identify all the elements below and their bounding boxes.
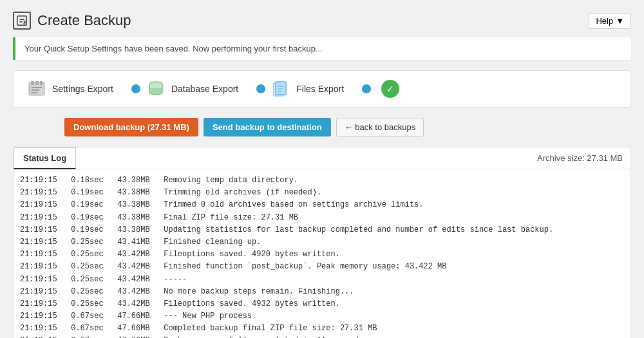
header: Create Backup Help ▼ (13, 6, 631, 37)
help-button[interactable]: Help ▼ (589, 13, 631, 29)
log-line: 21:19:15 0.19sec 43.38MB Final ZIP file … (20, 212, 624, 224)
send-backup-button[interactable]: Send backup to destination (204, 118, 331, 136)
step-complete-icon: ✓ (381, 80, 399, 98)
steps-bar: Settings Export Database Export (13, 70, 631, 108)
svg-rect-4 (31, 81, 34, 85)
status-log-tab[interactable]: Status Log (14, 147, 76, 169)
step-database: Database Export (146, 79, 251, 99)
log-line: 21:19:15 0.19sec 43.38MB Trimmed 0 old a… (20, 199, 624, 211)
step-settings: Settings Export (26, 79, 126, 99)
status-section: Status Log Archive size: 27.31 MB 21:19:… (13, 147, 631, 338)
actions-bar: Download backup (27.31 MB) Send backup t… (13, 118, 631, 136)
download-backup-button[interactable]: Download backup (27.31 MB) (64, 118, 198, 136)
step-dot-2 (256, 84, 265, 93)
step-files-label: Files Export (296, 84, 344, 94)
log-line: 21:19:15 0.25sec 43.42MB ----- (20, 274, 624, 286)
svg-rect-0 (17, 16, 26, 25)
database-export-icon (146, 79, 166, 99)
log-line: 21:19:15 0.25sec 43.42MB Fileoptions sav… (20, 249, 624, 261)
log-line: 21:19:15 0.25sec 43.42MB Finished functi… (20, 261, 624, 273)
log-line: 21:19:15 0.25sec 43.41MB Finished cleani… (20, 236, 624, 249)
back-to-backups-button[interactable]: ← back to backups (336, 118, 424, 136)
log-line: 21:19:15 0.67sec 47.66MB --- New PHP pro… (20, 310, 624, 323)
svg-rect-5 (35, 81, 39, 85)
log-line: 21:19:15 0.25sec 43.42MB Fileoptions sav… (20, 298, 624, 310)
archive-size-display: Archive size: 27.31 MB (537, 153, 630, 163)
step-dot-1 (131, 84, 140, 93)
backup-icon (13, 12, 31, 30)
log-line: 21:19:15 0.67sec 47.66MB Completed backu… (20, 323, 624, 335)
status-header: Status Log Archive size: 27.31 MB (14, 147, 630, 169)
notice-bar: Your Quick Setup Settings have been save… (13, 37, 631, 60)
log-area: 21:19:15 0.18sec 43.38MB Removing temp d… (14, 169, 630, 338)
files-export-icon (270, 79, 291, 99)
step-dot-3 (362, 84, 371, 93)
settings-export-icon (26, 79, 47, 99)
step-files: Files Export (270, 79, 357, 99)
log-line: 21:19:15 0.25sec 43.42MB No more backup … (20, 286, 624, 298)
page-title: Create Backup (13, 12, 131, 30)
log-line: 21:19:15 0.19sec 43.38MB Updating statis… (20, 224, 624, 236)
svg-rect-12 (276, 82, 286, 95)
log-line: 21:19:15 0.18sec 43.38MB Removing temp d… (20, 174, 624, 187)
chevron-down-icon: ▼ (616, 16, 624, 26)
log-line: 21:19:15 0.67sec 47.66MB Backup successf… (20, 335, 624, 338)
svg-rect-6 (40, 81, 43, 85)
step-database-label: Database Export (171, 84, 238, 94)
step-settings-label: Settings Export (52, 84, 113, 94)
log-line: 21:19:15 0.19sec 43.38MB Trimming old ar… (20, 187, 624, 199)
